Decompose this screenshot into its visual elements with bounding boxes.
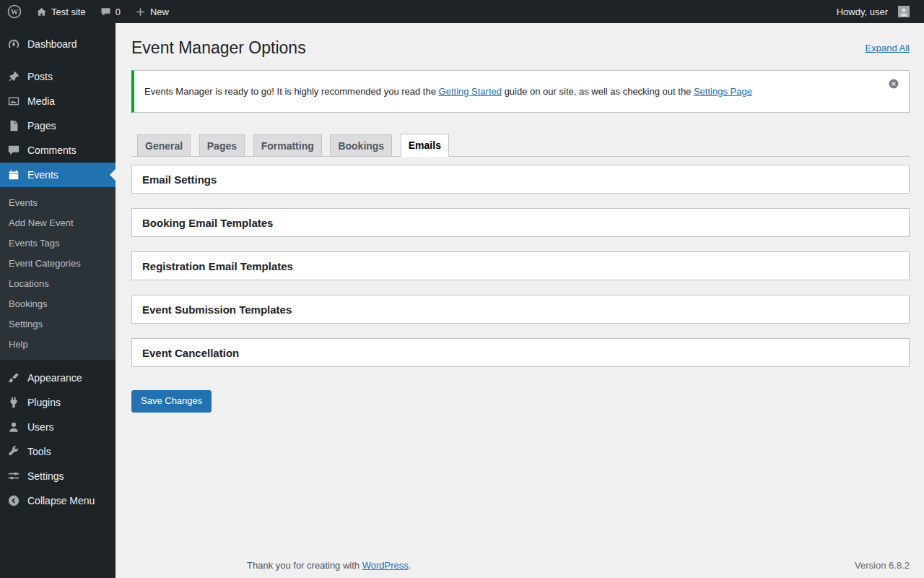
admin-bar-left: W Test site 0 New — [0, 0, 176, 23]
wordpress-logo-icon: W — [7, 4, 22, 19]
sidebar-item-label: Media — [27, 95, 55, 107]
sidebar-item-settings[interactable]: Settings — [0, 464, 116, 488]
sidebar-item-users[interactable]: Users — [0, 415, 116, 439]
events-submenu-item[interactable]: Bookings — [0, 293, 116, 314]
brush-icon — [6, 371, 21, 385]
wrench-icon — [6, 444, 21, 459]
site-name: Test site — [51, 7, 86, 17]
sidebar-item-events[interactable]: Events — [0, 163, 116, 187]
sidebar-item-label: Plugins — [27, 397, 61, 408]
panel-title: Booking Email Templates — [142, 217, 273, 229]
wordpress-link[interactable]: WordPress — [362, 560, 409, 571]
account-menu[interactable]: Howdy, user — [825, 0, 924, 23]
sidebar-item-label: Settings — [27, 470, 64, 482]
admin-bar: W Test site 0 New Howdy, user — [0, 0, 924, 23]
wordpress-logo-menu[interactable]: W — [0, 0, 29, 23]
svg-text:W: W — [11, 8, 19, 16]
menu-separator — [0, 56, 116, 64]
tab-bookings[interactable]: Bookings — [330, 134, 392, 156]
admin-bar-right: Howdy, user — [825, 0, 924, 23]
expand-all-link[interactable]: Expand All — [866, 43, 910, 53]
sidebar-item-posts[interactable]: Posts — [0, 64, 116, 89]
sidebar-item-label: Collapse Menu — [27, 495, 95, 506]
new-content-menu[interactable]: New — [128, 0, 176, 23]
calendar-icon — [6, 168, 21, 182]
admin-sidebar: Dashboard Posts Media Pages Comments Eve… — [0, 23, 116, 578]
main-content: Event Manager Options Expand All Events … — [116, 0, 924, 578]
events-submenu-item[interactable]: Locations — [0, 273, 116, 293]
home-icon — [36, 7, 47, 17]
notice-text-start: Events Manager is ready to go! It is hig… — [144, 86, 439, 97]
accordion-panel[interactable]: Event Cancellation — [131, 338, 910, 367]
plus-icon — [135, 7, 146, 17]
sidebar-item-label: Posts — [27, 71, 53, 82]
settings-tabs: General Pages Formatting Bookings Emails — [131, 134, 910, 157]
events-submenu: Events Add New Event Events Tags Event C… — [0, 187, 116, 360]
site-menu[interactable]: Test site — [29, 0, 93, 23]
panel-title: Event Submission Templates — [142, 303, 292, 316]
settings-page-link[interactable]: Settings Page — [694, 86, 752, 97]
comment-bubble-icon — [100, 7, 111, 17]
page-title: Event Manager Options — [131, 38, 306, 59]
accordion-panel[interactable]: Event Submission Templates — [131, 295, 910, 324]
footer-thanks: Thank you for creating with WordPress. — [247, 560, 411, 571]
sidebar-item-label: Tools — [27, 446, 51, 457]
avatar — [898, 6, 910, 17]
sidebar-item-comments[interactable]: Comments — [0, 138, 116, 163]
page-footer: Thank you for creating with WordPress. V… — [247, 560, 910, 571]
title-row: Event Manager Options Expand All — [131, 38, 910, 59]
sidebar-item-dashboard[interactable]: Dashboard — [0, 32, 116, 56]
panel-title: Email Settings — [142, 173, 217, 186]
sidebar-item-media[interactable]: Media — [0, 89, 116, 113]
tab-general[interactable]: General — [137, 134, 191, 156]
collapse-arrow-icon — [6, 493, 21, 508]
accordion-panel[interactable]: Registration Email Templates — [131, 251, 910, 280]
media-icon — [6, 94, 21, 108]
menu-separator — [0, 360, 116, 366]
sidebar-item-label: Appearance — [27, 372, 82, 384]
comments-menu[interactable]: 0 — [93, 0, 128, 23]
sidebar-item-label: Comments — [27, 144, 77, 156]
sidebar-item-collapse-menu[interactable]: Collapse Menu — [0, 488, 116, 513]
dismiss-notice-button[interactable] — [888, 78, 899, 90]
version-text: Version 6.8.2 — [855, 560, 910, 571]
plug-icon — [6, 395, 21, 410]
pushpin-icon — [6, 69, 21, 84]
tab-pages[interactable]: Pages — [199, 134, 245, 156]
tab-emails[interactable]: Emails — [401, 134, 449, 157]
user-icon — [6, 420, 21, 434]
new-label: New — [150, 7, 169, 17]
sidebar-item-pages[interactable]: Pages — [0, 113, 116, 138]
events-submenu-item[interactable]: Events Tags — [0, 233, 116, 253]
events-submenu-item[interactable]: Help — [0, 334, 116, 354]
sidebar-item-label: Pages — [27, 120, 56, 131]
save-changes-button[interactable]: Save Changes — [131, 390, 212, 412]
comments-icon — [6, 143, 21, 158]
sidebar-item-label: Events — [27, 169, 58, 181]
accordion-panel[interactable]: Email Settings — [131, 165, 910, 194]
howdy-text: Howdy, user — [832, 7, 892, 17]
comments-count: 0 — [116, 7, 121, 17]
events-submenu-item[interactable]: Settings — [0, 314, 116, 334]
dashboard-icon — [6, 37, 21, 51]
events-submenu-item[interactable]: Event Categories — [0, 253, 116, 273]
sidebar-item-plugins[interactable]: Plugins — [0, 390, 116, 415]
sidebar-item-tools[interactable]: Tools — [0, 439, 116, 464]
settings-panels: Email Settings Booking Email Templates R… — [131, 165, 910, 367]
settings-sliders-icon — [6, 469, 21, 483]
admin-notice: Events Manager is ready to go! It is hig… — [131, 70, 910, 113]
footer-period: . — [409, 560, 411, 571]
panel-title: Registration Email Templates — [142, 260, 293, 272]
sidebar-item-appearance[interactable]: Appearance — [0, 366, 116, 390]
document-icon — [6, 118, 21, 133]
tab-formatting[interactable]: Formatting — [253, 134, 322, 156]
events-submenu-item[interactable]: Events — [0, 192, 116, 212]
panel-title: Event Cancellation — [142, 347, 239, 359]
sidebar-item-label: Users — [27, 421, 54, 433]
events-submenu-item[interactable]: Add New Event — [0, 212, 116, 233]
accordion-panel[interactable]: Booking Email Templates — [131, 208, 910, 237]
notice-text-middle: guide on our site, as well as checking o… — [502, 86, 694, 97]
getting-started-link[interactable]: Getting Started — [439, 86, 502, 97]
footer-thanks-text: Thank you for creating with — [247, 560, 362, 571]
page-wrap: Event Manager Options Expand All Events … — [116, 38, 924, 413]
